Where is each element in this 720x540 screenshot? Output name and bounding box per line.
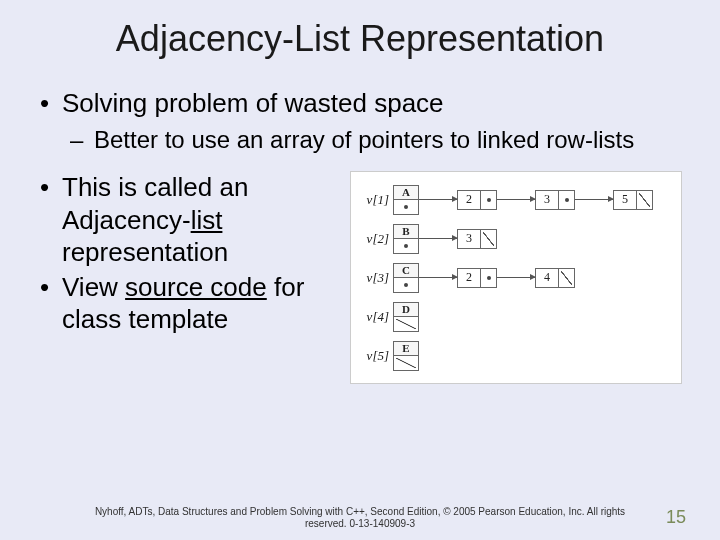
adjacency-list-diagram: v[1]A235v[2]B3v[3]C24v[4]Dv[5]E	[350, 171, 682, 384]
pointer-origin-icon	[404, 283, 408, 287]
head-label: D	[394, 303, 418, 318]
diagram-row: v[3]C24	[359, 260, 673, 295]
head-label: E	[394, 342, 418, 357]
list-node: 2	[457, 190, 497, 210]
null-slash-icon	[394, 317, 418, 331]
pointer-origin-icon	[565, 198, 569, 202]
diagram-row: v[5]E	[359, 338, 673, 373]
arrow-icon	[419, 238, 457, 239]
node-pointer	[637, 190, 653, 210]
node-value: 3	[535, 190, 559, 210]
arrow-icon	[419, 277, 457, 278]
node-value: 5	[613, 190, 637, 210]
vertex-label: v[1]	[359, 192, 393, 208]
node-value: 3	[457, 229, 481, 249]
diagram-row: v[4]D	[359, 299, 673, 334]
slide-title: Adjacency-List Representation	[38, 18, 682, 60]
vertex-label: v[3]	[359, 270, 393, 286]
node-pointer	[481, 229, 497, 249]
list-node: 2	[457, 268, 497, 288]
link-source-code[interactable]: source code	[125, 272, 267, 302]
pointer-origin-icon	[404, 205, 408, 209]
head-label: B	[394, 225, 418, 240]
arrow-icon	[497, 199, 535, 200]
list-node: 4	[535, 268, 575, 288]
text-frag: View	[62, 272, 125, 302]
arrow-icon	[575, 199, 613, 200]
text-frag: representation	[62, 237, 228, 267]
bullet-adjlist: This is called an Adjacency-list represe…	[38, 171, 338, 269]
null-slash-icon	[637, 191, 652, 209]
vertex-label: v[2]	[359, 231, 393, 247]
null-slash-icon	[394, 356, 418, 370]
bullet-sourcecode: View source code for class template	[38, 271, 338, 336]
diagram-row: v[1]A235	[359, 182, 673, 217]
node-value: 2	[457, 268, 481, 288]
pointer-origin-icon	[487, 276, 491, 280]
list-node: 3	[457, 229, 497, 249]
list-node: 5	[613, 190, 653, 210]
null-slash-icon	[481, 230, 496, 248]
head-box: E	[393, 341, 419, 371]
head-box: A	[393, 185, 419, 215]
vertex-label: v[5]	[359, 348, 393, 364]
head-box: C	[393, 263, 419, 293]
node-pointer	[559, 268, 575, 288]
node-pointer	[559, 190, 575, 210]
head-label: C	[394, 264, 418, 279]
head-label: A	[394, 186, 418, 201]
pointer-origin-icon	[487, 198, 491, 202]
pointer-origin-icon	[404, 244, 408, 248]
list-node: 3	[535, 190, 575, 210]
node-value: 2	[457, 190, 481, 210]
node-pointer	[481, 190, 497, 210]
footer-citation: Nyhoff, ADTs, Data Structures and Proble…	[0, 506, 720, 530]
subbullet-better: Better to use an array of pointers to li…	[38, 125, 682, 155]
bullet-solving: Solving problem of wasted space	[38, 88, 682, 119]
head-box: D	[393, 302, 419, 332]
diagram-row: v[2]B3	[359, 221, 673, 256]
vertex-label: v[4]	[359, 309, 393, 325]
null-slash-icon	[559, 269, 574, 287]
node-value: 4	[535, 268, 559, 288]
text-underlined-list: list	[191, 205, 223, 235]
page-number: 15	[666, 507, 686, 528]
node-pointer	[481, 268, 497, 288]
arrow-icon	[497, 277, 535, 278]
head-box: B	[393, 224, 419, 254]
arrow-icon	[419, 199, 457, 200]
